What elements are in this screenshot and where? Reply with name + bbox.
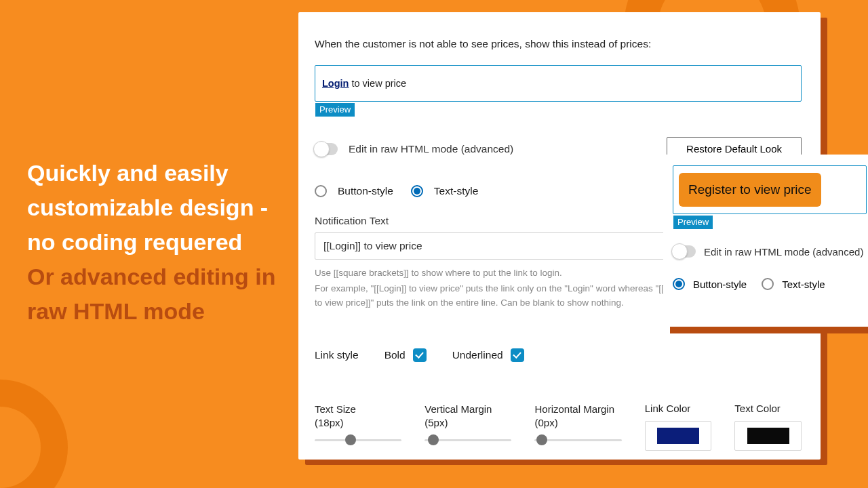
underlined-label: Underlined	[452, 349, 503, 361]
h-margin-label: Horizontal Margin	[534, 403, 614, 415]
price-message-preview: Login to view price Preview	[315, 65, 802, 102]
alt-style-popover: Register to view price Preview Edit in r…	[663, 155, 868, 327]
h-margin-value: (0px)	[534, 417, 557, 428]
radio-button-style[interactable]	[673, 278, 685, 290]
text-color-label: Text Color	[734, 403, 802, 414]
decorative-ring	[0, 380, 68, 488]
headline-sub: Or advanced editing in raw HTML mode	[27, 264, 276, 324]
raw-html-toggle[interactable]	[673, 245, 696, 258]
text-size-value: (18px)	[315, 417, 344, 428]
raw-html-toggle[interactable]	[315, 143, 338, 155]
radio-text-style[interactable]	[762, 278, 774, 290]
radio-button-style[interactable]	[315, 185, 327, 197]
vertical-margin-slider-group: Vertical Margin(5px)	[425, 403, 511, 442]
radio-text-style-label: Text-style	[434, 185, 478, 197]
v-margin-label: Vertical Margin	[425, 403, 492, 415]
radio-text-style-label: Text-style	[782, 279, 825, 290]
horizontal-margin-slider[interactable]	[534, 439, 621, 441]
radio-button-style-label: Button-style	[338, 185, 393, 197]
radio-button-style-label: Button-style	[693, 279, 747, 290]
text-size-slider[interactable]	[315, 439, 401, 441]
vertical-margin-slider[interactable]	[425, 439, 511, 441]
link-color-label: Link Color	[645, 403, 712, 414]
radio-text-style[interactable]	[411, 185, 423, 197]
marketing-headline: Quickly and easily customizable design -…	[27, 156, 278, 329]
text-size-label: Text Size	[315, 403, 356, 415]
bold-checkbox[interactable]	[413, 348, 427, 362]
text-color-picker[interactable]	[734, 421, 802, 451]
raw-html-toggle-label: Edit in raw HTML mode (advanced)	[704, 246, 863, 258]
button-style-preview: Register to view price Preview	[673, 165, 867, 214]
helper-line-2: For example, "[[Login]] to view price" p…	[315, 282, 694, 310]
raw-html-toggle-label: Edit in raw HTML mode (advanced)	[349, 143, 513, 155]
helper-line-1: Use [[square brackets]] to show where to…	[315, 266, 694, 281]
headline-main: Quickly and easily customizable design -…	[27, 160, 268, 255]
preview-badge: Preview	[315, 103, 355, 117]
v-margin-value: (5px)	[425, 417, 448, 428]
preview-rest-text: to view price	[349, 78, 406, 89]
preview-login-link[interactable]: Login	[322, 78, 349, 89]
horizontal-margin-slider-group: Horizontal Margin(0px)	[534, 403, 621, 442]
link-style-label: Link style	[315, 349, 359, 361]
register-button-preview[interactable]: Register to view price	[679, 173, 821, 207]
text-size-slider-group: Text Size(18px)	[315, 403, 401, 442]
bold-label: Bold	[384, 349, 406, 361]
preview-badge: Preview	[673, 216, 713, 229]
underlined-checkbox[interactable]	[511, 348, 524, 362]
intro-text: When the customer is not able to see pri…	[315, 38, 802, 50]
link-color-picker[interactable]	[645, 421, 712, 451]
